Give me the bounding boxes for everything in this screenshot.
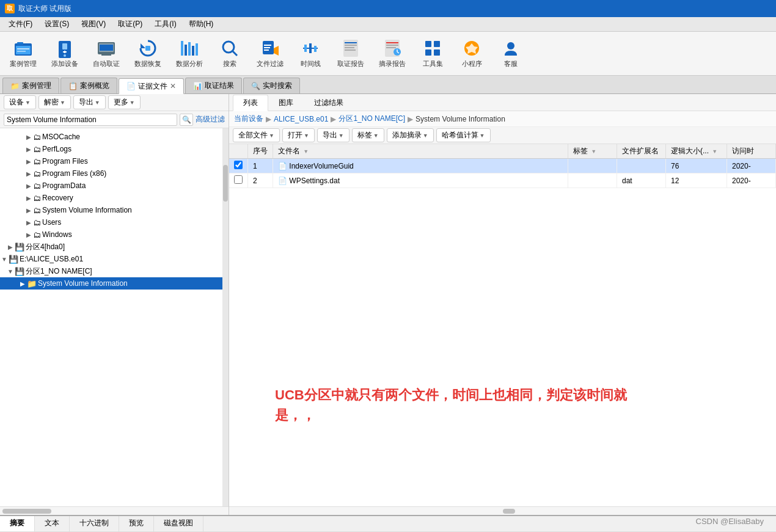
search-button[interactable]: 🔍: [180, 114, 193, 126]
tree-item-perflogs[interactable]: ▶ 🗂 PerfLogs: [0, 143, 222, 155]
tree-toggle-recovery[interactable]: ▶: [24, 195, 33, 202]
toolbar-toolset[interactable]: 工具集: [415, 36, 450, 71]
file-icon-1: 📄: [278, 162, 287, 170]
col-filename[interactable]: 文件名 ▼: [273, 144, 568, 159]
toolbar-file-filter[interactable]: 文件过滤: [252, 36, 288, 71]
toolbar-customer-svc[interactable]: 客服: [494, 36, 528, 71]
tree-toggle-perflogs[interactable]: ▶: [24, 146, 33, 153]
table-row[interactable]: 1 📄 IndexerVolumeGuid 76 2020-: [229, 159, 776, 173]
tree-item-programfiles[interactable]: ▶ 🗂 Program Files: [0, 155, 222, 167]
export-btn[interactable]: 导出 ▼: [73, 95, 106, 109]
tree-item-sysvolinfo-selected[interactable]: ▶ 📁 System Volume Information: [0, 277, 222, 290]
tree-toggle-partition4[interactable]: ▶: [6, 244, 15, 250]
tree-toggle-svi1[interactable]: ▶: [24, 207, 33, 214]
tree-toggle-svi-sel[interactable]: ▶: [18, 280, 27, 287]
tree-item-msocache[interactable]: ▶ 🗂 MSOCache: [0, 131, 222, 143]
hash-btn[interactable]: 哈希值计算 ▼: [436, 128, 491, 142]
tab-case-mgmt[interactable]: 📁 案例管理: [2, 78, 59, 93]
tree-item-sysvolinfo1[interactable]: ▶ 🗂 System Volume Information: [0, 204, 222, 216]
right-hscrollbar[interactable]: [229, 506, 776, 515]
tree-toggle-programfiles[interactable]: ▶: [24, 158, 33, 165]
tree-label-programdata: ProgramData: [42, 181, 86, 190]
tree-item-programfiles-x86[interactable]: ▶ 🗂 Program Files (x86): [0, 167, 222, 180]
open-btn[interactable]: 打开 ▼: [282, 128, 315, 142]
toolbar-add-device[interactable]: 添加设备: [46, 36, 83, 71]
tree-item-recovery[interactable]: ▶ 🗂 Recovery: [0, 192, 222, 204]
breadcrumb-sysvolinfo: System Volume Information: [415, 115, 505, 123]
toolbar-case-mgmt[interactable]: 案例管理: [5, 36, 42, 71]
menu-settings[interactable]: 设置(S): [40, 18, 74, 31]
toolbar-data-recovery[interactable]: 数据恢复: [130, 36, 166, 71]
left-hscrollbar[interactable]: [0, 506, 229, 515]
table-row[interactable]: 2 📄 WPSettings.dat dat 12 2020-: [229, 173, 776, 188]
all-files-arrow: ▼: [269, 133, 274, 139]
tab-extract-result[interactable]: 📊 取证结果: [185, 78, 242, 93]
tree-toggle-msocache[interactable]: ▶: [24, 134, 33, 140]
breadcrumb-device[interactable]: 当前设备: [234, 114, 263, 124]
row1-filename[interactable]: 📄 IndexerVolumeGuid: [273, 159, 568, 173]
toolbar-auto-extract[interactable]: 自动取证: [88, 36, 125, 71]
device-btn[interactable]: 设备 ▼: [4, 95, 36, 109]
left-vscrollbar[interactable]: [222, 128, 229, 506]
menu-file[interactable]: 文件(F): [4, 18, 37, 31]
toolbar-search[interactable]: 搜索: [213, 36, 247, 71]
toolbar-data-analysis-label: 数据分析: [176, 59, 203, 68]
menu-tools[interactable]: 工具(I): [150, 18, 181, 31]
menu-extract[interactable]: 取证(P): [113, 18, 147, 31]
bottom-tab-hex[interactable]: 十六进制: [70, 516, 119, 531]
col-size[interactable]: 逻辑大小(... ▼: [666, 144, 727, 159]
tree-label-alice: E:\ALICE_USB.e01: [20, 255, 83, 263]
row2-filename[interactable]: 📄 WPSettings.dat: [273, 173, 568, 188]
breadcrumb-partition[interactable]: 分区1_NO NAME[C]: [339, 114, 405, 124]
col-time[interactable]: 访问时: [727, 144, 776, 159]
row2-checkbox[interactable]: [229, 173, 248, 188]
tree-item-alice-usb[interactable]: ▼ 💾 E:\ALICE_USB.e01: [0, 253, 222, 265]
search-input[interactable]: [4, 114, 177, 126]
breadcrumb-alice[interactable]: ALICE_USB.e01: [274, 115, 328, 123]
tab-case-overview[interactable]: 📋 案例概览: [60, 78, 117, 93]
right-tab-filter[interactable]: 过滤结果: [304, 95, 354, 111]
bottom-tab-preview[interactable]: 预览: [119, 516, 154, 531]
tree-toggle-programdata[interactable]: ▶: [24, 183, 33, 189]
tree-item-users[interactable]: ▶ 🗂 Users: [0, 216, 222, 228]
tag-btn[interactable]: 标签 ▼: [352, 128, 384, 142]
col-ext[interactable]: 文件扩展名: [617, 144, 666, 159]
toolbar-timeline[interactable]: 时间线: [293, 36, 328, 71]
more-btn[interactable]: 更多 ▼: [108, 95, 141, 109]
tab-case-overview-icon: 📋: [68, 82, 78, 90]
tag-arrow: ▼: [373, 133, 379, 139]
tree-toggle-users[interactable]: ▶: [24, 219, 33, 226]
svg-rect-4: [17, 51, 26, 52]
tree-toggle-alice[interactable]: ▼: [0, 256, 9, 263]
bottom-tab-disk[interactable]: 磁盘视图: [154, 516, 203, 531]
tree-item-partition4[interactable]: ▶ 💾 分区4[hda0]: [0, 241, 222, 253]
tree-item-programdata[interactable]: ▶ 🗂 ProgramData: [0, 180, 222, 192]
tree-toggle-windows[interactable]: ▶: [24, 231, 33, 238]
export-file-btn[interactable]: 导出 ▼: [317, 128, 350, 142]
decrypt-btn[interactable]: 解密 ▼: [38, 95, 71, 109]
bottom-tab-text[interactable]: 文本: [35, 516, 70, 531]
all-files-btn[interactable]: 全部文件 ▼: [233, 128, 280, 142]
menu-view[interactable]: 视图(V): [76, 18, 111, 31]
tree-toggle-pf-x86[interactable]: ▶: [24, 170, 33, 177]
tab-evidence-close[interactable]: ✕: [170, 82, 176, 90]
toolbar-data-analysis[interactable]: 数据分析: [171, 36, 208, 71]
tab-evidence-file[interactable]: 📄 证据文件 ✕: [119, 78, 184, 94]
right-tab-gallery[interactable]: 图库: [268, 95, 304, 111]
toolbar-mini-prog[interactable]: 小程序: [455, 36, 489, 71]
left-vscrollbar-thumb[interactable]: [223, 165, 228, 202]
right-panel: 列表 图库 过滤结果 当前设备 ▶ ALICE_USB.e01 ▶ 分区1_NO…: [229, 94, 776, 515]
toolbar-summary-report[interactable]: 摘录报告: [374, 36, 411, 71]
toolbar-extract-report[interactable]: 取证报告: [332, 36, 369, 71]
advanced-filter-link[interactable]: 高级过滤: [196, 114, 225, 125]
tree-toggle-partition1[interactable]: ▼: [6, 268, 15, 275]
tab-realtime-search[interactable]: 🔍 实时搜索: [243, 78, 300, 93]
right-tab-list[interactable]: 列表: [233, 95, 268, 111]
tree-item-partition1[interactable]: ▼ 💾 分区1_NO NAME[C]: [0, 265, 222, 277]
menu-help[interactable]: 帮助(H): [184, 18, 219, 31]
row1-checkbox[interactable]: [229, 159, 248, 173]
tree-item-windows[interactable]: ▶ 🗂 Windows: [0, 228, 222, 241]
col-tag[interactable]: 标签 ▼: [568, 144, 617, 159]
bottom-tab-summary[interactable]: 摘要: [0, 516, 35, 531]
add-index-btn[interactable]: 添加摘录 ▼: [387, 128, 434, 142]
